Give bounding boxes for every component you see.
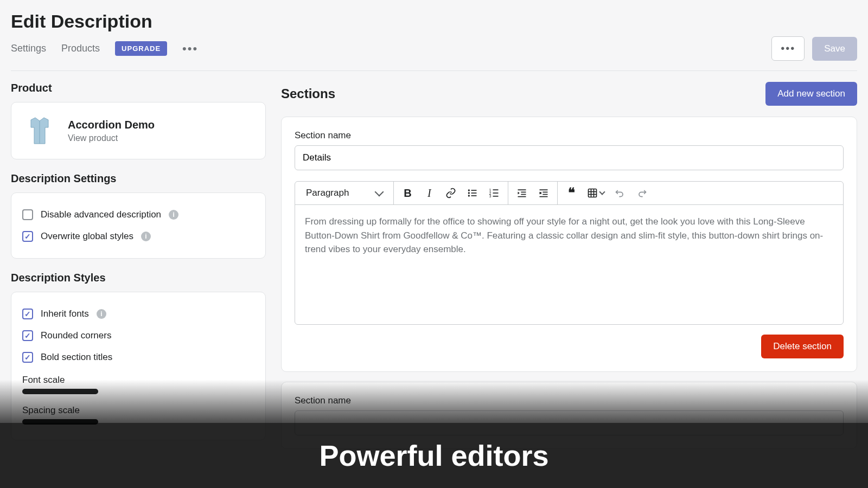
desc-styles-heading: Description Styles — [11, 272, 266, 284]
disable-advanced-label: Disable advanced description — [41, 209, 161, 220]
svg-point-3 — [468, 192, 470, 194]
blockquote-icon[interactable]: ❝ — [565, 187, 577, 199]
svg-rect-4 — [471, 192, 477, 194]
svg-point-1 — [468, 189, 470, 191]
svg-rect-16 — [518, 196, 526, 197]
bold-icon[interactable]: B — [401, 187, 413, 199]
svg-text:3: 3 — [489, 194, 492, 198]
svg-rect-14 — [521, 192, 526, 193]
info-icon[interactable]: i — [169, 210, 178, 220]
format-dropdown[interactable]: Paragraph — [303, 188, 386, 198]
bold-titles-label: Bold section titles — [41, 352, 112, 363]
font-scale-slider[interactable] — [22, 389, 98, 394]
svg-rect-21 — [589, 189, 597, 197]
spacing-scale-label: Spacing scale — [22, 399, 254, 419]
inherit-fonts-checkbox[interactable] — [22, 309, 33, 319]
delete-section-button[interactable]: Delete section — [761, 335, 844, 358]
section-name-input[interactable] — [295, 145, 844, 170]
inherit-fonts-label: Inherit fonts — [41, 309, 89, 319]
page-title: Edit Description — [11, 11, 857, 32]
add-section-button[interactable]: Add new section — [765, 82, 857, 106]
bold-titles-checkbox[interactable] — [22, 352, 33, 363]
undo-icon[interactable] — [614, 187, 626, 199]
svg-point-5 — [468, 195, 470, 196]
desc-settings-heading: Description Settings — [11, 172, 266, 185]
nav-products[interactable]: Products — [61, 43, 100, 54]
promo-text: Powerful editors — [319, 439, 548, 472]
redo-icon[interactable] — [636, 187, 648, 199]
section-name-label: Section name — [295, 130, 844, 141]
numbered-list-icon[interactable]: 123 — [488, 187, 500, 199]
info-icon[interactable]: i — [141, 232, 151, 241]
sections-heading: Sections — [281, 86, 335, 101]
svg-rect-18 — [543, 192, 548, 193]
editor-body[interactable]: From dressing up formally for the office… — [295, 205, 843, 324]
section-name-label: Section name — [295, 395, 844, 406]
promo-overlay: Powerful editors — [0, 423, 868, 488]
outdent-icon[interactable] — [516, 187, 528, 199]
svg-rect-2 — [471, 190, 477, 191]
nav-more-icon[interactable]: ••• — [182, 42, 198, 56]
upgrade-badge[interactable]: UPGRADE — [115, 41, 167, 56]
link-icon[interactable] — [445, 187, 457, 199]
save-button[interactable]: Save — [812, 37, 857, 61]
format-label: Paragraph — [306, 188, 349, 198]
info-icon[interactable]: i — [97, 309, 106, 319]
rich-text-editor: Paragraph B I 123 — [295, 181, 844, 325]
table-icon[interactable] — [587, 187, 604, 199]
bullet-list-icon[interactable] — [467, 187, 478, 199]
svg-rect-8 — [493, 189, 499, 190]
nav-settings[interactable]: Settings — [11, 43, 46, 54]
svg-rect-13 — [518, 189, 526, 190]
disable-advanced-checkbox[interactable] — [22, 209, 33, 220]
svg-rect-10 — [493, 192, 499, 194]
svg-rect-6 — [471, 195, 477, 196]
product-heading: Product — [11, 82, 266, 94]
indent-icon[interactable] — [538, 187, 550, 199]
header-more-button[interactable]: ••• — [771, 36, 805, 61]
overwrite-global-checkbox[interactable] — [22, 231, 33, 242]
chevron-down-icon — [375, 188, 384, 197]
svg-rect-20 — [540, 196, 548, 197]
view-product-link[interactable]: View product — [68, 133, 155, 143]
svg-rect-19 — [543, 194, 548, 195]
rounded-corners-label: Rounded corners — [41, 330, 111, 341]
product-thumbnail — [22, 113, 57, 148]
chevron-down-icon — [599, 189, 605, 195]
svg-rect-15 — [521, 194, 526, 195]
product-title: Accordion Demo — [68, 119, 155, 131]
section-card: Section name Paragraph B I — [281, 117, 857, 372]
svg-rect-17 — [540, 189, 548, 190]
desc-settings-card: Disable advanced description i Overwrite… — [11, 192, 266, 259]
overwrite-global-label: Overwrite global styles — [41, 231, 133, 242]
rounded-corners-checkbox[interactable] — [22, 330, 33, 341]
product-card: Accordion Demo View product — [11, 102, 266, 159]
font-scale-label: Font scale — [22, 368, 254, 389]
italic-icon[interactable]: I — [423, 187, 435, 199]
desc-styles-card: Inherit fonts i Rounded corners Bold sec… — [11, 292, 266, 440]
svg-rect-12 — [493, 196, 499, 197]
